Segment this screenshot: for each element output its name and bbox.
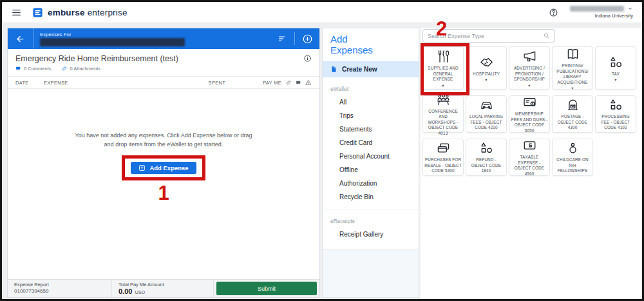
report-footer: Expense Report 010077394659 Total Pay Me… bbox=[8, 279, 319, 297]
expense-type-label: CHILDCARE ON NIH FELLOWSHIPS bbox=[554, 157, 591, 174]
empty-message-line1: You have not added any expenses. Click A… bbox=[75, 131, 252, 141]
sort-button[interactable] bbox=[270, 28, 294, 49]
expense-type-tile-printing-publications-library-acquisitio[interactable]: PRINTING/ PUBLICATIONS/ LIBRARY ACQUISIT… bbox=[552, 46, 593, 90]
back-button[interactable] bbox=[8, 28, 33, 49]
book-icon bbox=[565, 46, 580, 61]
report-header-bar: Expenses For bbox=[8, 28, 319, 49]
expense-type-label: HOSPITALITY bbox=[473, 72, 500, 77]
nav-section-label: eWallet bbox=[323, 77, 419, 95]
expense-type-tile-conference-and-workshops-object-code-401[interactable]: CONFERENCE AND WORKSHOPS - OBJECT CODE 4… bbox=[422, 95, 464, 133]
comment-icon bbox=[15, 66, 21, 72]
chevron-down-icon: ▾ bbox=[614, 79, 616, 81]
comments-count: 0 Comments bbox=[24, 66, 52, 72]
expense-report-label: Expense Report bbox=[14, 282, 105, 287]
expense-report-number: 010077394659 bbox=[14, 288, 105, 294]
car-icon bbox=[479, 97, 494, 112]
currency-label: USD bbox=[135, 289, 145, 295]
nav-section: eReceiptsReceipt Gallery bbox=[323, 209, 419, 241]
expense-type-grid: SUPPLIES AND GENERAL EXPENSE▾HOSPITALITY… bbox=[422, 46, 636, 176]
audience-icon bbox=[436, 92, 451, 107]
arrow-left-icon bbox=[15, 34, 25, 44]
attachments-link[interactable]: 0 Attachments bbox=[62, 66, 101, 72]
submit-button[interactable]: Submit bbox=[216, 282, 317, 295]
sidebar-item-statements[interactable]: Statements bbox=[323, 122, 419, 136]
expense-report-panel: Expenses For Emergency Ride Home Reimbur… bbox=[7, 28, 320, 298]
sidebar-item-trips[interactable]: Trips bbox=[323, 109, 419, 122]
pacifier-icon bbox=[565, 141, 580, 155]
organization-name: Indiana University bbox=[594, 13, 633, 19]
attachments-count: 0 Attachments bbox=[70, 66, 101, 72]
brand-primary: emburse bbox=[48, 8, 85, 17]
document-icon bbox=[330, 66, 337, 73]
hamburger-menu-icon[interactable] bbox=[11, 7, 22, 18]
expense-type-label: ADVERTISING / PROMOTION / SPONSORSHIP bbox=[511, 66, 548, 83]
expense-type-tile-purchases-for-resale-object-code-5300[interactable]: PURCHASES FOR RESALE - OBJECT CODE 5300 bbox=[422, 139, 464, 176]
sidebar-item-offline[interactable]: Offline bbox=[323, 163, 419, 177]
annotation-box-1: Add Expense bbox=[122, 155, 205, 180]
comments-link[interactable]: 0 Comments bbox=[15, 66, 52, 72]
report-title: Emergency Ride Home Reimbursement (test) bbox=[15, 54, 178, 63]
expense-type-tile-refund-object-code-1840[interactable]: REFUND - OBJECT CODE 1840 bbox=[466, 139, 507, 176]
expense-type-label: SUPPLIES AND GENERAL EXPENSE bbox=[424, 66, 462, 83]
expense-type-label: PURCHASES FOR RESALE - OBJECT CODE 5300 bbox=[424, 157, 462, 174]
empty-state: You have not added any expenses. Click A… bbox=[8, 72, 319, 262]
expense-type-label: REFUND - OBJECT CODE 1840 bbox=[468, 157, 505, 174]
sort-icon bbox=[278, 34, 287, 44]
expense-type-label: PROCESSING FEE - OBJECT CODE 4102 bbox=[597, 114, 634, 131]
chevron-down-icon: ▾ bbox=[442, 84, 444, 87]
expense-type-tile-tax[interactable]: TAX▾ bbox=[595, 46, 636, 90]
nav-section-label: eReceipts bbox=[323, 209, 419, 228]
sidebar-item-personal-account[interactable]: Personal Account bbox=[323, 150, 419, 163]
expense-type-tile-advertising-promotion-sponsorship[interactable]: ADVERTISING / PROMOTION / SPONSORSHIP▾ bbox=[509, 46, 550, 90]
handshake-icon bbox=[479, 55, 494, 70]
help-icon[interactable] bbox=[549, 8, 558, 17]
plus-circle-icon bbox=[302, 34, 313, 44]
expense-type-tile-hospitality[interactable]: HOSPITALITY▾ bbox=[466, 46, 507, 90]
plus-square-icon bbox=[138, 164, 146, 171]
add-expense-label: Add Expense bbox=[149, 164, 188, 171]
sidebar-item-create-new[interactable]: Create New bbox=[323, 61, 419, 77]
expense-type-tile-postage-object-code-4300[interactable]: POSTAGE - OBJECT CODE 4300 bbox=[552, 95, 593, 133]
add-expenses-panel: Add Expenses Create New eWalletAllTripsS… bbox=[322, 28, 419, 298]
total-amount: 0.00 bbox=[118, 287, 132, 295]
megaphone-icon bbox=[522, 49, 537, 64]
expense-type-label: POSTAGE - OBJECT CODE 4300 bbox=[554, 114, 591, 131]
chevron-down-icon: ▾ bbox=[485, 79, 487, 81]
shapes-icon bbox=[609, 97, 623, 112]
add-expense-button[interactable]: Add Expense bbox=[131, 162, 196, 174]
redacted-employee-name bbox=[40, 38, 185, 46]
empty-message-line2: and drop items from the eWallet to get s… bbox=[75, 141, 252, 150]
expense-type-label: PRINTING/ PUBLICATIONS/ LIBRARY ACQUISIT… bbox=[554, 63, 591, 85]
search-input[interactable] bbox=[428, 33, 543, 39]
search-icon[interactable] bbox=[543, 32, 550, 39]
brand-text: emburse enterprise bbox=[48, 8, 128, 17]
paperclip-icon bbox=[62, 66, 68, 72]
expense-type-tile-supplies-and-general-expense[interactable]: SUPPLIES AND GENERAL EXPENSE▾ bbox=[422, 46, 464, 90]
utensils-icon bbox=[436, 49, 451, 64]
nav-sections: eWalletAllTripsStatementsCredit CardPers… bbox=[323, 77, 419, 241]
sidebar-item-receipt-gallery[interactable]: Receipt Gallery bbox=[323, 228, 419, 241]
search-box bbox=[422, 29, 555, 43]
expense-type-tile-childcare-on-nih-fellowships[interactable]: CHILDCARE ON NIH FELLOWSHIPS bbox=[552, 139, 593, 176]
info-icon[interactable] bbox=[303, 54, 312, 63]
add-report-item-button[interactable] bbox=[295, 28, 319, 49]
expense-type-label: MEMBERSHIP FEES AND DUES - OBJECT CODE 5… bbox=[511, 112, 548, 133]
redacted-user-name bbox=[570, 6, 624, 12]
sidebar-item-all[interactable]: All bbox=[323, 95, 419, 109]
expense-type-tile-membership-fees-and-dues-object-code-505[interactable]: MEMBERSHIP FEES AND DUES - OBJECT CODE 5… bbox=[509, 95, 550, 133]
sidebar-item-credit-card[interactable]: Credit Card bbox=[323, 136, 419, 150]
expense-type-label: TAX bbox=[612, 72, 620, 77]
brand-secondary: enterprise bbox=[88, 8, 128, 17]
expense-type-label: LOCAL PARKING FEES - OBJECT CODE 4210 bbox=[468, 114, 505, 131]
user-menu[interactable]: Indiana University bbox=[570, 6, 633, 19]
expense-type-tile-processing-fee-object-code-4102[interactable]: PROCESSING FEE - OBJECT CODE 4102 bbox=[595, 95, 636, 133]
expense-type-tile-local-parking-fees-object-code-4210[interactable]: LOCAL PARKING FEES - OBJECT CODE 4210 bbox=[466, 95, 507, 133]
add-expenses-title: Add Expenses bbox=[323, 28, 387, 61]
top-bar: emburse enterprise Indiana University bbox=[2, 2, 642, 23]
sidebar-item-recycle-bin[interactable]: Recycle Bin bbox=[323, 190, 419, 204]
expense-type-tile-taxable-expense-object-code-4560[interactable]: TAXABLE EXPENSE - OBJECT CODE 4560 bbox=[509, 139, 550, 176]
card-badge-icon bbox=[522, 95, 537, 110]
emburse-app-window: emburse enterprise Indiana University Ex… bbox=[0, 0, 644, 301]
card-g-icon bbox=[522, 138, 537, 153]
sidebar-item-authorization[interactable]: Authorization bbox=[323, 177, 419, 190]
